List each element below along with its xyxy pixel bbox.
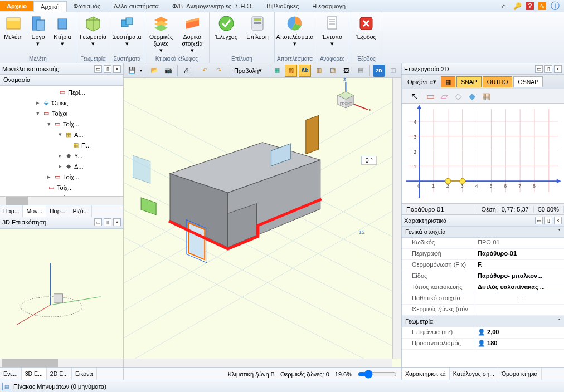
thermal-zones-button[interactable]: Θερμικές ζώνες▾ bbox=[147, 13, 176, 55]
tool-1-icon[interactable]: ▦ bbox=[271, 65, 283, 77]
tab-home[interactable]: Αρχική bbox=[33, 1, 66, 12]
tree-node[interactable]: ▸⬙Όψεις bbox=[1, 97, 122, 108]
prop-value[interactable]: 👤 2,00 bbox=[475, 327, 564, 338]
key-icon[interactable]: 🔑 bbox=[513, 2, 522, 11]
ltab-3[interactable]: Παρ... bbox=[46, 205, 69, 217]
ltab-1[interactable]: Παρ... bbox=[0, 205, 23, 217]
collapse-icon[interactable]: ▾ bbox=[57, 131, 63, 138]
pane-window-icon[interactable]: ▭ bbox=[94, 218, 102, 226]
reports-button[interactable]: Έντυπα▾ bbox=[318, 13, 347, 48]
open-icon[interactable]: 📂 bbox=[148, 65, 161, 77]
tree-node[interactable]: ▸◆Δ... bbox=[1, 161, 122, 171]
feed-icon[interactable]: ∿ bbox=[538, 2, 546, 10]
undo-icon[interactable]: ↶ bbox=[199, 65, 211, 77]
rtab-adjacent[interactable]: Όμορα κτήρια bbox=[498, 368, 542, 380]
pane-window-icon[interactable]: ▭ bbox=[94, 65, 102, 73]
redo-icon[interactable]: ↷ bbox=[213, 65, 225, 77]
ptab-3[interactable]: 2D Ε... bbox=[47, 368, 72, 380]
buildings-button[interactable]: Κτήρια▾ bbox=[51, 13, 74, 48]
collapse-icon[interactable]: ▾ bbox=[46, 120, 52, 128]
tab-file[interactable]: Αρχείο bbox=[0, 1, 33, 11]
tree-node[interactable]: ▦Π... bbox=[1, 140, 122, 150]
prop-value[interactable]: 👤 180 bbox=[475, 339, 564, 349]
tab-lighting[interactable]: Φωτισμός bbox=[67, 1, 108, 11]
prop-value[interactable]: Διπλός υαλοπίνακας ... bbox=[475, 282, 564, 293]
tree-node[interactable]: ▸▭Τοίχ... bbox=[1, 171, 122, 182]
project-button[interactable]: Έργο▾ bbox=[27, 13, 49, 48]
properties-grid[interactable]: Γενικά στοιχεία˄ ΚωδικόςΠΡΘ-01 Περιγραφή… bbox=[402, 226, 564, 367]
tool-4-icon[interactable]: ▧ bbox=[327, 65, 339, 77]
geometry-button[interactable]: Γεωμετρία▾ bbox=[79, 13, 108, 48]
ptab-1[interactable]: Ενε... bbox=[0, 368, 22, 380]
view-cube-icon[interactable]: ◫ bbox=[387, 65, 399, 77]
help-icon[interactable]: ⓘ bbox=[551, 2, 560, 11]
prop-value[interactable]: F. bbox=[475, 260, 564, 271]
tool-6-icon[interactable]: ▤ bbox=[354, 65, 367, 77]
point-icon[interactable]: ◆ bbox=[466, 90, 478, 102]
preview-3d[interactable] bbox=[0, 228, 123, 359]
tab-app[interactable]: Η εφαρμογή bbox=[305, 1, 352, 11]
pane-window-icon[interactable]: ▭ bbox=[535, 65, 543, 73]
zoom-slider[interactable] bbox=[358, 370, 397, 379]
results-button[interactable]: Αποτελέσματα▾ bbox=[280, 13, 309, 48]
tree-column-header[interactable]: Ονομασία bbox=[0, 75, 123, 86]
save-icon[interactable]: 💾 bbox=[126, 65, 138, 77]
pane-pin-icon[interactable]: ▯ bbox=[544, 65, 552, 73]
camera-icon[interactable]: 📷 bbox=[162, 65, 174, 77]
tree-node[interactable]: ▾▭Τοίχ... bbox=[1, 119, 122, 129]
tree-node[interactable]: ▸◆Υ... bbox=[1, 150, 122, 161]
tree-hscrollbar[interactable] bbox=[0, 196, 123, 205]
folder2-icon[interactable]: ▱ bbox=[438, 90, 450, 102]
grid-icon[interactable]: ▦ bbox=[480, 90, 492, 102]
prop-value[interactable]: ΠΡΘ-01 bbox=[475, 238, 564, 248]
pane-pin-icon[interactable]: ▯ bbox=[544, 217, 552, 224]
expand-icon[interactable]: ▸ bbox=[57, 163, 63, 170]
rtab-props[interactable]: Χαρακτηριστικά bbox=[402, 368, 450, 380]
orientation-dropdown[interactable]: Οριζόντια ▾ bbox=[404, 76, 440, 88]
tool-5-icon[interactable]: 🖼 bbox=[341, 65, 353, 77]
messages-label[interactable]: Πίνακας Μηνυμάτων (0 μηνύματα) bbox=[13, 383, 106, 390]
pane-pin-icon[interactable]: ▯ bbox=[104, 218, 111, 226]
pointer-icon[interactable]: ↖ bbox=[408, 90, 420, 102]
pgroup-general[interactable]: Γενικά στοιχεία˄ bbox=[402, 226, 564, 238]
pane-close-icon[interactable]: × bbox=[554, 217, 562, 224]
tree-node[interactable]: ▭Τοίχ... bbox=[1, 182, 122, 193]
model-tree[interactable]: ▭Περί... ▸⬙Όψεις ▾▭Τοίχοι ▾▭Τοίχ... ▾▦Α.… bbox=[0, 86, 123, 196]
select-rect-icon[interactable]: ▭ bbox=[424, 90, 436, 102]
viewport-hscrollbar[interactable] bbox=[124, 359, 392, 367]
pane-close-icon[interactable]: × bbox=[554, 65, 562, 73]
view-dropdown[interactable]: Προβολή ▾ bbox=[231, 65, 265, 77]
preview-hscrollbar[interactable] bbox=[0, 359, 123, 367]
home-icon[interactable]: ⌂ bbox=[499, 2, 508, 11]
pane-close-icon[interactable]: × bbox=[113, 218, 121, 226]
tree-node[interactable]: ▾▭Τοίχοι bbox=[1, 108, 122, 119]
ltab-2[interactable]: Μον... bbox=[23, 205, 46, 217]
tab-other-systems[interactable]: Άλλα συστήματα bbox=[107, 1, 166, 11]
pane-pin-icon[interactable]: ▯ bbox=[104, 65, 111, 73]
check-button[interactable]: Έλεγχος bbox=[212, 13, 241, 41]
tool-ab-icon[interactable]: Ab bbox=[299, 65, 311, 77]
systems-button[interactable]: Συστήματα▾ bbox=[113, 13, 142, 48]
tab-pv[interactable]: Φ/Β- Ανεμογεννήτριες- Σ.Η.Θ. bbox=[166, 1, 260, 11]
viewport-3d[interactable]: 0 12 FRONT z x bbox=[124, 78, 401, 367]
tool-3-icon[interactable]: ▥ bbox=[313, 65, 325, 77]
grid-toggle[interactable]: ▦ bbox=[441, 76, 455, 87]
tree-node[interactable]: ▾▦Α... bbox=[1, 129, 122, 140]
rtab-catalog[interactable]: Κατάλογος ση... bbox=[450, 368, 498, 380]
print-icon[interactable]: 🖨 bbox=[181, 65, 193, 77]
expand-icon[interactable]: ▸ bbox=[46, 173, 52, 180]
prop-checkbox[interactable]: ☐ bbox=[475, 293, 564, 304]
messages-icon[interactable]: ▤ bbox=[2, 383, 11, 390]
prop-value[interactable] bbox=[475, 305, 564, 315]
pane-window-icon[interactable]: ▭ bbox=[535, 217, 543, 224]
tool-2-icon[interactable]: ▨ bbox=[285, 65, 297, 77]
ptab-2[interactable]: 3D Ε... bbox=[22, 368, 47, 380]
snap-toggle[interactable]: SNAP bbox=[456, 76, 482, 87]
building-elements-button[interactable]: Δομικά στοιχεία▾ bbox=[178, 13, 207, 55]
tab-libraries[interactable]: Βιβλιοθήκες bbox=[260, 1, 305, 11]
prop-value[interactable]: Παράθυρο-01 bbox=[475, 249, 564, 259]
pgroup-geometry[interactable]: Γεωμετρία˄ bbox=[402, 316, 564, 327]
viewport-vscrollbar[interactable] bbox=[392, 78, 401, 359]
collapse-icon[interactable]: ˄ bbox=[557, 228, 561, 236]
expand-icon[interactable]: ▸ bbox=[57, 152, 63, 159]
